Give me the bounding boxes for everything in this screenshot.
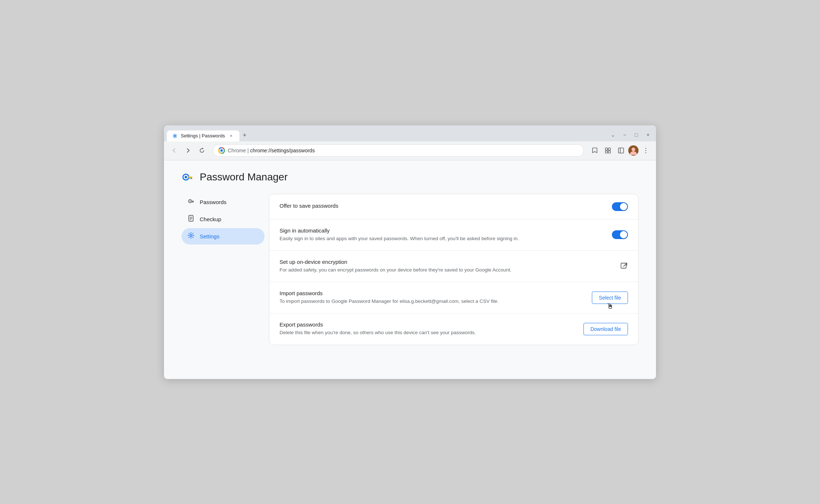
svg-rect-26 xyxy=(621,263,626,268)
select-file-button[interactable]: Select file xyxy=(592,292,628,304)
window-minimize-button[interactable]: − xyxy=(620,130,630,140)
tab-bar: Settings | Passwords × + ⌄ − □ × xyxy=(164,125,656,141)
import-passwords-desc: To import passwords to Google Password M… xyxy=(280,298,585,305)
page-content: Password Manager Passwords Checkup xyxy=(164,160,656,379)
import-passwords-row: Import passwords To import passwords to … xyxy=(269,282,638,313)
svg-rect-23 xyxy=(192,202,193,203)
on-device-encrypt-desc: For added safety, you can encrypt passwo… xyxy=(280,266,613,274)
sidebar-item-passwords[interactable]: Passwords xyxy=(181,194,265,210)
key-icon xyxy=(187,198,195,207)
sign-in-auto-title: Sign in automatically xyxy=(280,227,605,234)
reload-button[interactable] xyxy=(196,145,208,156)
side-panel-button[interactable] xyxy=(615,145,627,156)
window-controls: ⌄ − □ × xyxy=(608,130,653,140)
sidebar-checkup-label: Checkup xyxy=(200,216,221,222)
content-layout: Passwords Checkup Settings xyxy=(181,194,639,345)
svg-point-13 xyxy=(645,152,647,153)
svg-rect-22 xyxy=(193,202,194,203)
export-passwords-title: Export passwords xyxy=(280,321,576,328)
svg-rect-5 xyxy=(605,151,608,153)
forward-button[interactable] xyxy=(182,145,194,156)
svg-point-20 xyxy=(190,200,191,202)
svg-point-12 xyxy=(645,150,647,151)
settings-panel: Offer to save passwords Sign in automati… xyxy=(269,194,639,345)
on-device-encrypt-title: Set up on-device encryption xyxy=(280,259,613,265)
svg-rect-16 xyxy=(188,176,192,177)
on-device-encrypt-text: Set up on-device encryption For added sa… xyxy=(280,259,613,274)
browser-window: Settings | Passwords × + ⌄ − □ × xyxy=(164,125,656,379)
sign-in-auto-text: Sign in automatically Easily sign in to … xyxy=(280,227,605,242)
sign-in-auto-toggle[interactable] xyxy=(612,230,628,239)
window-close-button[interactable]: × xyxy=(643,130,653,140)
export-passwords-text: Export passwords Delete this file when y… xyxy=(280,321,576,336)
svg-point-11 xyxy=(645,148,647,149)
sidebar-item-settings[interactable]: Settings xyxy=(181,228,265,245)
page-title: Password Manager xyxy=(200,171,288,183)
external-link-icon[interactable] xyxy=(620,262,628,270)
export-passwords-desc: Delete this file when you're done, so ot… xyxy=(280,329,576,336)
tab-title: Settings | Passwords xyxy=(181,133,225,138)
page-header: Password Manager xyxy=(181,171,639,184)
bookmark-button[interactable] xyxy=(589,145,601,156)
settings-icon xyxy=(187,232,195,241)
import-passwords-text: Import passwords To import passwords to … xyxy=(280,290,585,305)
svg-rect-7 xyxy=(618,148,624,153)
select-file-button-area: Select file 🖱 xyxy=(592,292,628,304)
sidebar-settings-label: Settings xyxy=(200,233,219,239)
svg-rect-6 xyxy=(608,151,610,153)
svg-point-10 xyxy=(632,148,635,151)
profile-avatar[interactable] xyxy=(628,145,639,156)
svg-point-25 xyxy=(190,234,192,237)
window-restore-button[interactable]: ⌄ xyxy=(608,130,618,140)
chrome-menu-button[interactable] xyxy=(640,145,652,156)
site-info-icon xyxy=(218,147,225,154)
address-text: Chrome | chrome://settings/passwords xyxy=(228,148,578,153)
svg-rect-4 xyxy=(608,148,610,150)
svg-rect-21 xyxy=(191,201,194,202)
on-device-encrypt-row: Set up on-device encryption For added sa… xyxy=(269,251,638,282)
offer-save-title: Offer to save passwords xyxy=(280,203,605,209)
browser-tab[interactable]: Settings | Passwords × xyxy=(167,130,239,141)
address-bar[interactable]: Chrome | chrome://settings/passwords xyxy=(213,144,584,157)
sidebar-item-checkup[interactable]: Checkup xyxy=(181,211,265,227)
sign-in-auto-row: Sign in automatically Easily sign in to … xyxy=(269,219,638,251)
new-tab-button[interactable]: + xyxy=(239,130,250,141)
export-passwords-row: Export passwords Delete this file when y… xyxy=(269,313,638,344)
extensions-button[interactable] xyxy=(602,145,614,156)
window-maximize-button[interactable]: □ xyxy=(631,130,641,140)
svg-rect-3 xyxy=(605,148,608,150)
tab-favicon-icon xyxy=(172,133,178,139)
svg-point-2 xyxy=(220,149,223,152)
import-passwords-title: Import passwords xyxy=(280,290,585,296)
toolbar-actions xyxy=(589,145,652,156)
password-manager-icon xyxy=(181,171,195,184)
tab-close-button[interactable]: × xyxy=(228,133,234,139)
offer-save-toggle[interactable] xyxy=(612,202,628,211)
svg-rect-18 xyxy=(190,177,191,179)
sidebar: Passwords Checkup Settings xyxy=(181,194,269,345)
svg-point-15 xyxy=(185,176,187,178)
checkup-icon xyxy=(187,215,195,224)
svg-rect-17 xyxy=(191,177,192,179)
sign-in-auto-desc: Easily sign in to sites and apps with yo… xyxy=(280,235,605,242)
offer-save-text: Offer to save passwords xyxy=(280,203,605,210)
sidebar-passwords-label: Passwords xyxy=(200,199,226,205)
toolbar: Chrome | chrome://settings/passwords xyxy=(164,141,656,160)
download-file-button[interactable]: Download file xyxy=(583,323,628,335)
back-button[interactable] xyxy=(168,145,180,156)
offer-save-row: Offer to save passwords xyxy=(269,194,638,219)
